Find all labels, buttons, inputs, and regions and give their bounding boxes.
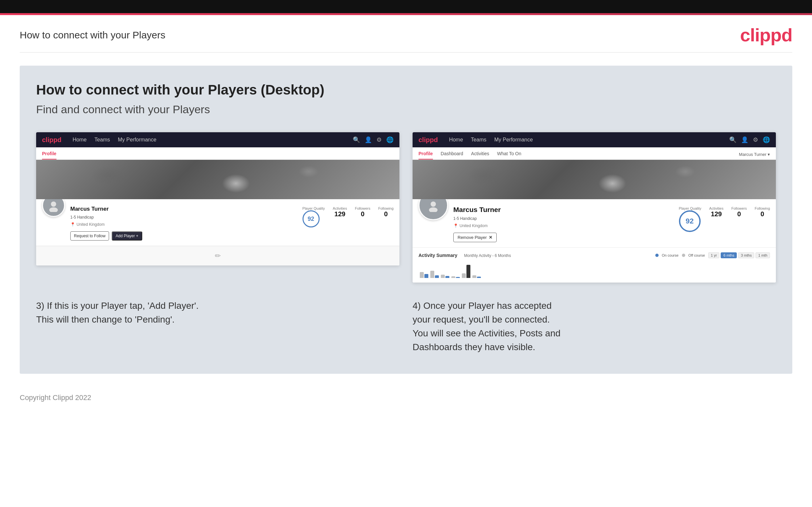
on-course-label: On course bbox=[662, 253, 679, 257]
chart-bar bbox=[472, 275, 476, 278]
svg-point-1 bbox=[49, 208, 58, 212]
person-icon[interactable]: 👤 bbox=[365, 136, 372, 144]
screenshot-2-tab-activities[interactable]: Activities bbox=[471, 151, 489, 160]
screenshot-1-nav-icons: 🔍 👤 ⚙ 🌐 bbox=[353, 136, 394, 144]
screenshot-2-following: Following 0 bbox=[755, 207, 770, 218]
chart-bar bbox=[462, 273, 466, 278]
filter-1yr-button[interactable]: 1 yr bbox=[708, 252, 719, 258]
descriptions-row: 3) If this is your Player tap, 'Add Play… bbox=[36, 299, 776, 354]
screenshot-2-col: clippd Home Teams My Performance 🔍 👤 ⚙ 🌐… bbox=[413, 132, 776, 283]
top-bar bbox=[0, 0, 812, 13]
chart-bar-group-4 bbox=[451, 276, 460, 278]
screenshot-1-browser: clippd Home Teams My Performance 🔍 👤 ⚙ 🌐… bbox=[36, 132, 399, 266]
screenshot-1-nav-performance[interactable]: My Performance bbox=[118, 137, 156, 143]
screenshot-1-hero bbox=[36, 160, 399, 199]
screenshot-2-tab-what-to-on[interactable]: What To On bbox=[497, 151, 521, 160]
screenshot-2-nav-performance[interactable]: My Performance bbox=[494, 137, 533, 143]
chart-bar bbox=[477, 277, 481, 278]
screenshot-2-followers: Followers 0 bbox=[731, 207, 747, 218]
chart-bar-group-6 bbox=[472, 275, 481, 278]
globe-icon[interactable]: 🌐 bbox=[386, 136, 394, 144]
screenshot-2-handicap: 1-5 Handicap bbox=[453, 216, 501, 221]
activity-title: Activity Summary bbox=[418, 253, 457, 258]
screenshot-2-hero-overlay bbox=[413, 160, 776, 199]
activity-filters: On course Off course 1 yr 6 mths 3 mths … bbox=[655, 252, 770, 258]
settings-icon[interactable]: ⚙ bbox=[376, 136, 382, 144]
chart-bar bbox=[445, 276, 449, 278]
chart-bar bbox=[435, 275, 439, 278]
screenshot-1-tab-profile[interactable]: Profile bbox=[42, 151, 56, 160]
chart-bar bbox=[466, 265, 470, 278]
globe-icon-2[interactable]: 🌐 bbox=[763, 136, 770, 144]
copyright-text: Copyright Clippd 2022 bbox=[20, 393, 91, 402]
screenshot-2-tab-dashboard[interactable]: Dashboard bbox=[441, 151, 463, 160]
description-left-text: 3) If this is your Player tap, 'Add Play… bbox=[36, 299, 399, 327]
filter-buttons: 1 yr 6 mths 3 mths 1 mth bbox=[708, 252, 770, 258]
page-footer: Copyright Clippd 2022 bbox=[0, 387, 812, 408]
chart-bar-group-5 bbox=[462, 265, 470, 278]
screenshot-1-buttons: Request to Follow Add Player + bbox=[70, 231, 142, 240]
screenshot-2-nav: clippd Home Teams My Performance 🔍 👤 ⚙ 🌐 bbox=[413, 132, 776, 147]
screenshot-2-quality-circle: 92 bbox=[679, 210, 701, 232]
chart-bar bbox=[420, 272, 424, 278]
screenshot-2-nav-icons: 🔍 👤 ⚙ 🌐 bbox=[729, 136, 770, 144]
activity-subtitle: Monthly Activity - 6 Months bbox=[464, 253, 511, 258]
screenshot-1-handicap: 1-5 Handicap bbox=[70, 215, 142, 220]
screenshot-2-tab-user[interactable]: Marcus Turner ▾ bbox=[739, 152, 770, 160]
off-course-legend-dot bbox=[682, 253, 685, 257]
screenshot-2-nav-logo: clippd bbox=[418, 136, 438, 144]
screenshot-2-player-name: Marcus Turner bbox=[453, 206, 501, 214]
screenshot-1-hero-overlay bbox=[36, 160, 399, 199]
screenshot-2-profile-row: Marcus Turner 1-5 Handicap 📍 United King… bbox=[453, 204, 770, 242]
screenshot-1-profile: Marcus Turner 1-5 Handicap 📍 United King… bbox=[36, 199, 399, 246]
chart-bar-group-2 bbox=[430, 271, 439, 278]
screenshot-2-tabs: Profile Dashboard Activities What To On … bbox=[413, 147, 776, 160]
add-player-button[interactable]: Add Player + bbox=[112, 231, 142, 240]
chart-bar bbox=[424, 274, 428, 278]
location-pin-icon-2: 📍 bbox=[453, 223, 458, 228]
screenshot-2-browser: clippd Home Teams My Performance 🔍 👤 ⚙ 🌐… bbox=[413, 132, 776, 283]
activity-title-group: Activity Summary Monthly Activity - 6 Mo… bbox=[418, 252, 511, 258]
screenshot-1-activities: Activities 129 bbox=[333, 207, 347, 218]
svg-point-3 bbox=[429, 208, 438, 212]
screenshot-2-nav-teams[interactable]: Teams bbox=[471, 137, 487, 143]
screenshot-1-nav-home[interactable]: Home bbox=[72, 137, 87, 143]
screenshot-1-followers: Followers 0 bbox=[355, 207, 370, 218]
screenshot-2-tab-profile[interactable]: Profile bbox=[418, 151, 433, 160]
svg-point-0 bbox=[51, 202, 56, 207]
filter-1mth-button[interactable]: 1 mth bbox=[756, 252, 770, 258]
location-pin-icon: 📍 bbox=[70, 222, 75, 227]
description-right: 4) Once your Player has acceptedyour req… bbox=[413, 299, 776, 354]
chart-bar bbox=[441, 275, 445, 278]
screenshot-1-nav-logo: clippd bbox=[42, 136, 61, 144]
filter-6mths-button[interactable]: 6 mths bbox=[721, 252, 737, 258]
person-icon-2[interactable]: 👤 bbox=[741, 136, 748, 144]
screenshot-1-stats: Player Quality 92 Activities 129 Followe… bbox=[146, 207, 394, 240]
screenshot-2-activities: Activities 129 bbox=[709, 207, 723, 218]
screenshot-1-bottom: ✏ bbox=[36, 246, 399, 266]
header-divider bbox=[20, 52, 792, 53]
screenshot-1-profile-left: Marcus Turner 1-5 Handicap 📍 United King… bbox=[70, 204, 142, 240]
search-icon-2[interactable]: 🔍 bbox=[729, 136, 737, 144]
screenshot-2-buttons: Remove Player ✕ bbox=[453, 233, 501, 242]
chart-bar-group-1 bbox=[420, 272, 428, 278]
screenshot-2-nav-home[interactable]: Home bbox=[449, 137, 463, 143]
screenshot-1-tabs: Profile bbox=[36, 147, 399, 160]
screenshot-1-nav-teams[interactable]: Teams bbox=[95, 137, 110, 143]
description-right-text: 4) Once your Player has acceptedyour req… bbox=[413, 299, 776, 354]
description-left: 3) If this is your Player tap, 'Add Play… bbox=[36, 299, 399, 354]
filter-3mths-button[interactable]: 3 mths bbox=[738, 252, 754, 258]
screenshot-1-col: clippd Home Teams My Performance 🔍 👤 ⚙ 🌐… bbox=[36, 132, 399, 283]
screenshot-2-profile-left: Marcus Turner 1-5 Handicap 📍 United King… bbox=[453, 204, 501, 242]
main-subtitle: Find and connect with your Players bbox=[36, 103, 776, 116]
remove-player-button[interactable]: Remove Player ✕ bbox=[453, 233, 497, 242]
chart-bar bbox=[451, 276, 455, 278]
screenshot-1-quality-circle: 92 bbox=[303, 210, 320, 227]
screenshot-1-profile-row: Marcus Turner 1-5 Handicap 📍 United King… bbox=[70, 204, 394, 240]
chart-bar bbox=[430, 271, 434, 278]
screenshot-1-player-name: Marcus Turner bbox=[70, 206, 142, 212]
settings-icon-2[interactable]: ⚙ bbox=[753, 136, 758, 144]
clippd-logo: clippd bbox=[740, 24, 792, 46]
search-icon[interactable]: 🔍 bbox=[353, 136, 360, 144]
request-to-follow-button[interactable]: Request to Follow bbox=[70, 231, 109, 240]
